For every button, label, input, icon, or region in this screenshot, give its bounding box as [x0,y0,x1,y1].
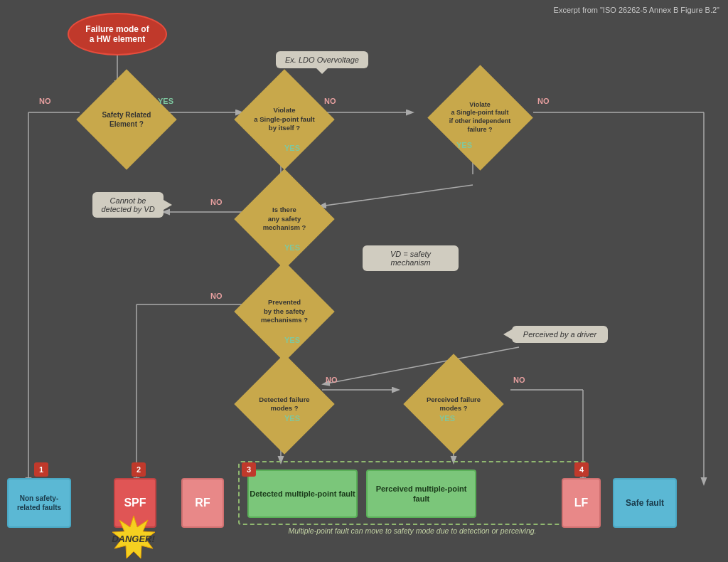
callout-cannot-detect: Cannot be detected by VD [92,192,164,218]
label-d4-yes: YES [284,243,300,252]
label-d6-yes: YES [284,414,300,423]
label-d6-no: NO [326,376,338,384]
label-d2-yes: YES [284,144,300,152]
start-label: Failure mode of a HW element [85,24,149,44]
label-d2-no: NO [324,97,336,105]
callout-vd: VD = safety mechanism [363,245,459,271]
diamond-label: Is thereany safetymechanism ? [263,206,306,232]
output-perceived-mpf: Perceived multiple-point fault [366,470,476,518]
caption: Excerpt from "ISO 26262-5 Annex B Figure… [554,6,719,14]
badge-3: 3 [242,462,256,477]
label-d7-no: NO [513,376,525,384]
badge-2: 2 [132,462,146,477]
output-non-safety: Non safety-related faults [7,478,71,528]
diamond-perceived: Perceived failuremodes ? [404,369,503,440]
diamond-safety-related: Safety RelatedElement ? [77,84,176,155]
svg-line-9 [320,185,473,206]
danger-label: DANGER! [112,534,155,544]
label-d1-yes: YES [158,97,173,105]
label-d3-yes: YES [456,141,472,149]
footnote: Multiple-point fault can move to safety … [238,526,587,535]
diagram-container: Excerpt from "ISO 26262-5 Annex B Figure… [0,0,728,562]
callout-ldo: Ex. LDO Overvoltage [276,51,368,68]
output-lf: LF [562,478,601,528]
start-shape: Failure mode of a HW element [68,13,167,55]
diamond-label: Detected failuremodes ? [259,396,309,413]
label-d3-no: NO [537,97,550,105]
label-d4-no: NO [210,198,223,206]
label-d5-yes: YES [284,336,300,344]
diamond-label: Preventedby the safetymechanisms ? [261,298,308,324]
danger-starburst: DANGER! [107,512,160,562]
badge-1: 1 [34,462,48,477]
callout-perceived-driver: Perceived by a driver [512,326,608,343]
diamond-violate-independent: Violatea Single-point faultif other inde… [427,78,533,157]
output-safe-fault: Safe fault [613,478,677,528]
diamond-detected: Detected failuremodes ? [235,369,334,440]
diamond-label: Violatea Single-point faultby itself ? [254,106,315,132]
label-d5-no: NO [210,292,223,300]
badge-4: 4 [574,462,589,477]
label-d7-yes: YES [439,414,455,423]
diamond-label: Safety RelatedElement ? [102,110,151,129]
diamond-label: Perceived failuremodes ? [427,396,481,413]
output-rf: RF [181,478,224,528]
label-d1-no: NO [39,97,51,105]
output-detected-mpf: Detected multiple-point fault [247,470,358,518]
